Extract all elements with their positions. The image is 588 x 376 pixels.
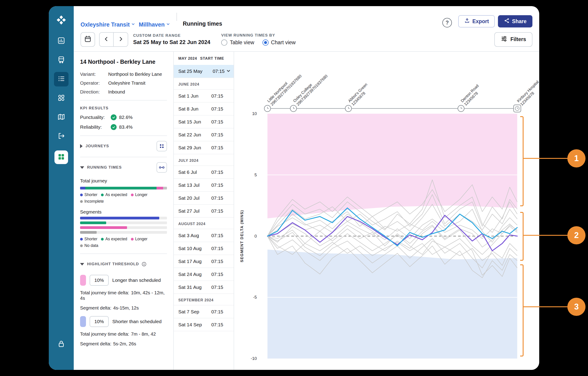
- date-label: Sat 29 Jun: [178, 145, 201, 150]
- date-label: Sat 7 Sep: [178, 309, 199, 314]
- stage: Oxleyshire Transit Millhaven Running tim…: [0, 0, 588, 376]
- divider: [80, 253, 167, 254]
- delta-label: Segment delta:: [80, 341, 111, 346]
- stop-label: Kinbury Hospital12345678: [516, 80, 539, 107]
- date-label: Sat 8 Jun: [178, 106, 199, 112]
- sidebar-item-lock[interactable]: [57, 339, 65, 349]
- legend-dot-icon: [80, 200, 83, 203]
- annotation-badge-3: 3: [567, 298, 586, 316]
- stop-marker[interactable]: [345, 105, 352, 112]
- help-icon[interactable]: ?: [442, 18, 452, 27]
- date-label: Sat 17 Aug: [178, 259, 202, 264]
- sidebar-item-app[interactable]: [54, 150, 68, 164]
- date-row[interactable]: Sat 17 Aug07:15: [174, 255, 234, 268]
- field-label: Operator:: [80, 80, 108, 86]
- stop-marker[interactable]: [514, 105, 521, 112]
- sidebar-item-map[interactable]: [54, 110, 69, 125]
- kpi-label: Punctuality:: [80, 115, 108, 120]
- delta-label: Segment delta:: [80, 305, 111, 311]
- running-times-label: RUNNING TIMES: [87, 165, 122, 170]
- delta-label: Total journey time delta:: [80, 290, 129, 295]
- previous-date-button[interactable]: [100, 33, 114, 46]
- shorter-threshold-input[interactable]: [90, 316, 109, 327]
- filters-button[interactable]: Filters: [494, 32, 532, 47]
- running-times-section-header[interactable]: RUNNING TIMES: [80, 162, 167, 173]
- y-tick-label: 0: [254, 234, 257, 238]
- date-row[interactable]: Sat 24 Aug07:15: [174, 268, 234, 281]
- share-button[interactable]: Share: [498, 15, 532, 27]
- date-row[interactable]: Sat 22 Jun07:15: [174, 129, 234, 141]
- segment-bar: [80, 226, 167, 229]
- date-label: Sat 25 May: [178, 68, 212, 74]
- sidebar-item-journeys[interactable]: [54, 91, 69, 106]
- date-row[interactable]: Sat 6 Jul07:15: [174, 166, 234, 179]
- share-icon: [504, 18, 510, 25]
- journeys-grid-button[interactable]: [157, 141, 167, 151]
- date-row[interactable]: Sat 7 Sep07:15: [174, 305, 234, 318]
- date-row[interactable]: Sat 8 Jun07:15: [174, 103, 234, 116]
- date-row[interactable]: Sat 14 Sep07:15: [174, 318, 234, 331]
- legend-dot-icon: [80, 238, 83, 241]
- date-row[interactable]: Sat 31 Aug07:15: [174, 281, 234, 294]
- main-area: Oxleyshire Transit Millhaven Running tim…: [74, 6, 539, 370]
- breadcrumb-operator[interactable]: Oxleyshire Transit: [81, 21, 136, 28]
- collapsed-arrow-icon: [80, 144, 83, 148]
- date-row[interactable]: Sat 15 Jun07:15: [174, 116, 234, 129]
- delta-value: 4s-15m, 12s: [113, 305, 139, 311]
- sidebar-item-analytics[interactable]: [54, 34, 69, 48]
- segment-link-button[interactable]: [157, 162, 167, 173]
- stop-marker[interactable]: [290, 105, 297, 112]
- export-label: Export: [472, 18, 489, 24]
- sidebar-item-vehicles[interactable]: [54, 53, 69, 67]
- kpi-reliability: Reliability: 83.4%: [80, 124, 167, 130]
- segment-delta-chart[interactable]: Little Northpool2967392739701937680Oxley…: [234, 52, 539, 370]
- sidebar-item-sign-out[interactable]: [54, 129, 69, 144]
- highlight-threshold-header[interactable]: HIGHLIGHT THRESHOLD: [80, 259, 167, 269]
- chevron-down-icon[interactable]: [225, 68, 231, 75]
- segment-bar: [80, 221, 167, 224]
- date-range-value: Sat 25 May to Sat 22 Jun 2024: [133, 39, 210, 45]
- date-label: Sat 22 Jun: [178, 132, 201, 138]
- date-row[interactable]: Sat 1 Jun07:15: [174, 90, 234, 103]
- date-row[interactable]: Sat 3 Aug07:15: [174, 229, 234, 242]
- legend-item: As expected: [101, 193, 127, 197]
- stop-marker[interactable]: [458, 105, 464, 112]
- next-date-button[interactable]: [114, 33, 128, 46]
- date-row[interactable]: Sat 10 Aug07:15: [174, 242, 234, 255]
- date-row[interactable]: Sat 29 Jun07:15: [174, 141, 234, 154]
- export-icon: [464, 18, 470, 25]
- check-icon: [111, 114, 117, 120]
- calendar-button[interactable]: [81, 32, 95, 47]
- date-row[interactable]: Sat 27 Jul07:15: [174, 205, 234, 218]
- legend-label: Incomplete: [84, 199, 104, 204]
- legend-item: No data: [80, 243, 98, 248]
- legend-label: As expected: [105, 237, 127, 241]
- total-journey-label: Total journey: [80, 178, 167, 183]
- time-label: 07:15: [211, 259, 223, 264]
- stop-marker[interactable]: [264, 105, 271, 112]
- info-icon[interactable]: [141, 261, 147, 267]
- legend-label: Longer: [135, 193, 148, 197]
- radio-table-view[interactable]: Table view: [221, 40, 254, 46]
- selected-date-row[interactable]: Sat 25 May 07:15: [174, 65, 234, 78]
- y-tick-label: -10: [251, 356, 257, 361]
- route-title: 14 Northpool - Berkley Lane: [80, 59, 167, 65]
- sidebar-item-timetables[interactable]: [54, 72, 69, 86]
- longer-threshold-input[interactable]: [90, 275, 109, 286]
- date-row[interactable]: Sat 20 Jul07:15: [174, 192, 234, 205]
- filters-label: Filters: [510, 36, 526, 43]
- time-label: 07:15: [211, 322, 223, 327]
- start-time-header-label: START TIME: [200, 56, 224, 61]
- legend-label: Longer: [135, 237, 148, 241]
- breadcrumb-region[interactable]: Millhaven: [139, 21, 171, 28]
- sidebar: [49, 6, 74, 370]
- kpi-label: Reliability:: [80, 124, 108, 130]
- segment-link-icon: [158, 164, 165, 171]
- radio-chart-view[interactable]: Chart view: [262, 40, 296, 46]
- date-row[interactable]: Sat 13 Jul07:15: [174, 179, 234, 192]
- journeys-section-header[interactable]: JOURNEYS: [80, 141, 167, 151]
- shorter-total-delta: Total journey time delta:7m - 8m, 42: [80, 331, 167, 337]
- legend-label: Shorter: [84, 237, 97, 241]
- export-button[interactable]: Export: [458, 15, 495, 27]
- legend-dot-icon: [80, 193, 83, 196]
